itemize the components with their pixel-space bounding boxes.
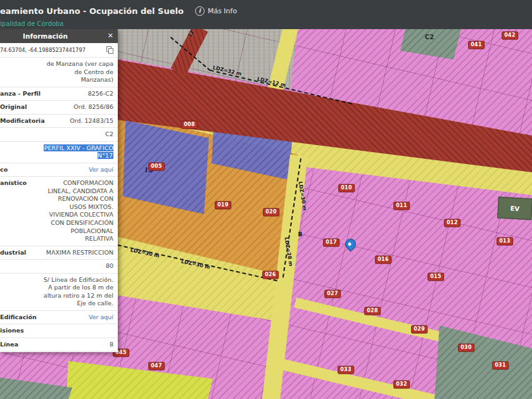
parcel-badge-011[interactable]: 011 [393,202,410,210]
info-icon: i [195,6,205,16]
field-label: Línea [0,341,22,349]
parcel-badge-017[interactable]: 017 [323,239,339,247]
field-label: Original [0,103,31,111]
parcel-badge-005[interactable]: 005 [148,163,165,171]
parcel-badge-033[interactable]: 033 [338,366,354,374]
field-label: Modificatoria [0,117,49,125]
field-value: Ord. 8256/86 [73,103,113,111]
title-row: eamiento Urbano - Ocupación del Suelo i … [0,0,532,19]
coordinates-value: 74.63704, -64.19885237441797 [0,47,86,54]
parcel-badge-026[interactable]: 026 [262,271,279,279]
panel-row: de Manzana (ver capa de Centro de Manzan… [0,58,118,87]
parcel-badge-028[interactable]: 028 [364,307,381,315]
field-value: MAXIMA RESTRICCION [46,249,113,257]
field-value: 8 [110,341,113,349]
field-value: CONFORMACIÓN LINEAL, CANDIDATA A RENOVAC… [42,179,113,243]
panel-row: Línea8 [0,338,118,352]
field-value: PERFIL XXIV - GRAFICO N°17 [42,144,113,160]
field-link[interactable]: Ver aquí [89,166,113,174]
panel-row: OriginalOrd. 8256/86 [0,101,118,115]
attribute-rows: de Manzana (ver capa de Centro de Manzan… [0,58,118,352]
parcel-badge-008[interactable]: 008 [181,121,198,129]
parcel-badge-032[interactable]: 032 [393,381,410,389]
parcel-badge-020[interactable]: 020 [263,208,279,217]
mas-info-label: Más Info [208,7,237,15]
parcel-badge-013[interactable]: 013 [497,238,513,246]
ev-green-space-block: EV [497,197,532,220]
parcel-badge-027[interactable]: 027 [324,290,341,298]
field-value: 80 [106,262,113,270]
field-label: anístico [0,179,30,187]
field-link[interactable]: Ver aquí [89,314,113,322]
panel-row: ma23.5 [0,352,118,352]
field-value: 8256-C2 [88,90,113,98]
parcel-badge-030[interactable]: 030 [458,344,474,352]
parcel-badge-031[interactable]: 031 [492,362,509,370]
mas-info-button[interactable]: i Más Info [195,6,237,16]
parcel-badge-012[interactable]: 012 [444,219,460,227]
field-label: co [0,166,11,174]
app-root: eamiento Urbano - Ocupación del Suelo i … [0,0,532,399]
parcel-badge-010[interactable]: 010 [338,184,355,193]
field-label: anza - Perfil [0,90,44,98]
panel-row: ModificatoriaOrd. 12483/15 [0,115,118,129]
info-panel-header: Información ✕ [0,29,118,43]
panel-row: anísticoCONFORMACIÓN LINEAL, CANDIDATA A… [0,177,118,246]
zone-label-b: B [298,231,303,238]
copy-icon[interactable] [106,46,113,54]
field-value: de Manzana (ver capa de Centro de Manzan… [42,60,113,84]
parcel-badge-042[interactable]: 042 [502,32,518,40]
parcel-badge-041[interactable]: 041 [468,41,484,49]
panel-row: isiones [0,324,118,338]
page-title: eamiento Urbano - Ocupación del Suelo [0,6,184,16]
panel-row: dustrialMAXIMA RESTRICCION [0,246,118,260]
parcel-badge-047[interactable]: 047 [148,362,165,370]
panel-row: coVer aquí [0,163,118,177]
coordinates-row: 74.63704, -64.19885237441797 [0,43,118,58]
panel-row: C2 [0,128,118,142]
zone-label-c2: C2 [425,34,434,41]
panel-row: EdificaciónVer aquí [0,311,118,325]
field-value: S/ Línea de Edificación. A partir de los… [42,276,113,308]
field-value: C2 [105,130,113,139]
panel-row: anza - Perfil8256-C2 [0,87,118,101]
field-label: Edificación [0,314,41,322]
close-icon[interactable]: ✕ [108,32,113,40]
panel-row: S/ Línea de Edificación. A partir de los… [0,274,118,311]
info-panel: Información ✕ 74.63704, -64.198852374417… [0,29,118,352]
parcel-badge-016[interactable]: 016 [375,256,391,264]
field-value: Ord. 12483/15 [70,117,113,125]
parcel-badge-029[interactable]: 029 [411,326,428,334]
panel-row: PERFIL XXIV - GRAFICO N°17 [0,142,118,163]
field-label: isiones [0,327,28,335]
municipality-subtitle: ipalidad de Córdoba [0,19,532,27]
parcel-badge-019[interactable]: 019 [215,201,231,210]
panel-row: 80 [0,260,118,274]
panel-title: Información [23,32,68,40]
highlighted-text: PERFIL XXIV - GRAFICO N°17 [44,144,113,160]
app-header: eamiento Urbano - Ocupación del Suelo i … [0,0,532,29]
ev-label: EV [510,205,519,212]
parcel-badge-015[interactable]: 015 [428,273,444,281]
field-label: dustrial [0,249,30,257]
